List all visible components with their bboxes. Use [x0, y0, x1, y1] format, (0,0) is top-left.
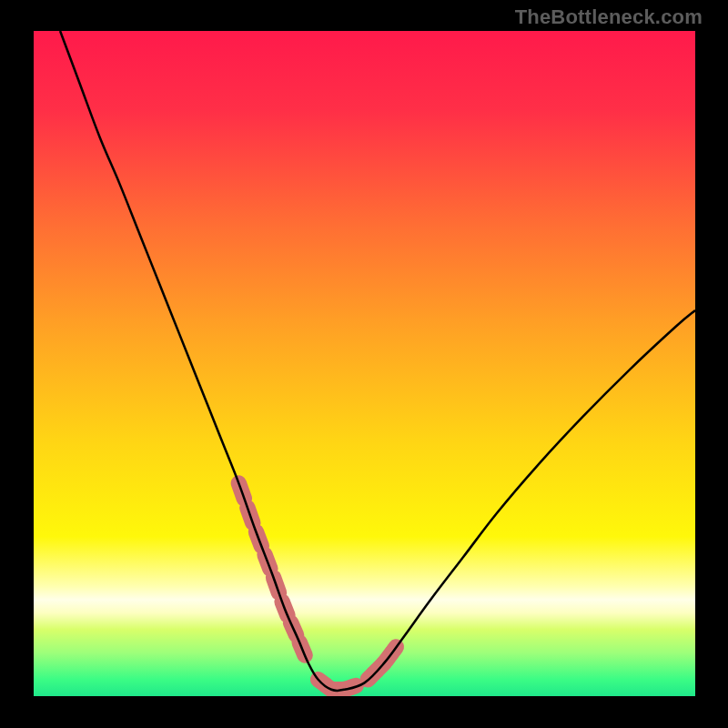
curve-layer — [34, 31, 695, 696]
watermark-text: TheBottleneck.com — [515, 5, 703, 29]
plot-area — [34, 31, 695, 696]
bottleneck-curve — [60, 31, 695, 691]
chart-frame: TheBottleneck.com — [0, 0, 728, 728]
highlight-segments — [238, 483, 396, 690]
